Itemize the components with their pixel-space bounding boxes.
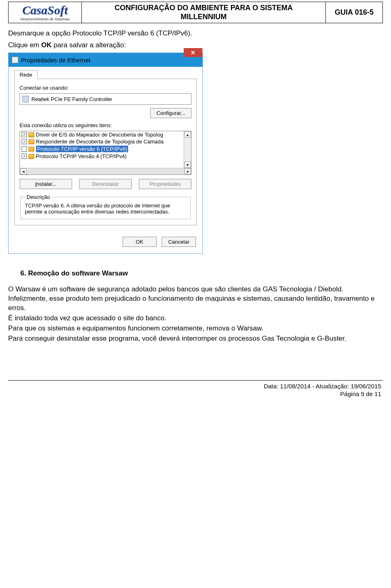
section-6-p1: O Warsaw é um software de segurança adot… [8,285,383,313]
adapter-name: Realtek PCIe FE Family Controller [31,96,112,102]
logo-subtitle: Desenvolvimento de Sistemas [12,17,78,21]
items-label: Esta conexão utiliza os seguintes itens: [20,122,191,128]
scroll-right-icon[interactable]: ▸ [185,168,191,174]
intro-line2-suffix: para salvar a alteração: [52,41,126,49]
checkbox-icon[interactable]: ✓ [22,139,27,144]
intro-line2-prefix: Clique em [8,41,41,49]
adapter-field[interactable]: Realtek PCIe FE Family Controller [20,93,191,105]
footer-page: Página 9 de 11 [8,390,381,398]
list-item-selected[interactable]: Protocolo TCP/IP versão 6 (TCP/IPv6) [20,145,184,153]
footer-divider [8,380,383,381]
footer-date: Data: 11/08/2014 - Atualização: 19/06/20… [8,382,381,390]
install-button[interactable]: Instalar... [20,179,72,189]
window-icon [12,57,18,63]
cancel-button[interactable]: Cancelar [162,237,196,247]
section-6-heading: 6. Remoção do software Warsaw [20,269,383,277]
section-6-p4: Para conseguir desinstalar esse programa… [8,334,383,344]
list-item-label: Respondente de Descoberta de Topologia d… [36,139,163,145]
list-item-label: Protocolo TCP/IP versão 6 (TCP/IPv6) [36,145,128,152]
list-item-label: Driver de E/S do Mapeador de Descoberta … [36,132,163,138]
connect-using-label: Conectar-se usando: [20,85,191,91]
list-item-label: Protocolo TCP/IP Versão 4 (TCP/IPv4) [36,153,127,159]
description-legend: Descrição [25,194,52,200]
page-footer: Data: 11/08/2014 - Atualização: 19/06/20… [8,382,383,398]
scroll-up-icon[interactable]: ▴ [184,131,191,138]
logo-cell: CasaSoft Desenvolvimento de Sistemas [9,2,82,23]
guide-number: GUIA 016-5 [326,2,383,23]
section-6-p2: É instalado toda vez que acessado o site… [8,314,383,323]
intro-line1: Desmarque a opção Protocolo TCP/IP versã… [8,29,383,38]
network-component-icon [29,147,34,152]
tab-body: Conectar-se usando: Realtek PCIe FE Fami… [14,79,197,225]
adapter-icon [22,96,29,102]
checkbox-icon[interactable]: ✓ [22,154,27,159]
configure-button[interactable]: Configurar... [150,108,191,118]
ok-button[interactable]: OK [123,237,157,247]
network-component-icon [29,139,34,144]
ethernet-properties-dialog: Propriedades de Ethernet ✕ Rede Conectar… [8,53,203,254]
intro-line2-bold: OK [41,41,52,49]
description-text: TCP/IP versão 6. A última versão do prot… [25,203,186,215]
network-component-icon [29,154,34,159]
title-line2: MILLENNIUM [181,13,227,21]
logo-name: CasaSoft [12,4,78,16]
network-component-icon [29,132,34,137]
tab-rede[interactable]: Rede [14,70,37,79]
list-item[interactable]: ✓ Respondente de Descoberta de Topologia… [20,138,184,145]
checkbox-icon[interactable] [22,146,27,152]
doc-header: CasaSoft Desenvolvimento de Sistemas CON… [8,2,383,23]
doc-title: CONFIGURAÇÃO DO AMBIENTE PARA O SISTEMA … [82,2,326,23]
list-item[interactable]: ✓ Driver de E/S do Mapeador de Descobert… [20,131,184,138]
close-button[interactable]: ✕ [184,48,202,57]
section-6-p3: Para que os sistemas e equipamentos func… [8,324,383,333]
horizontal-scrollbar[interactable]: ◂ ▸ [20,168,191,174]
description-groupbox: Descrição TCP/IP versão 6. A última vers… [20,194,191,219]
uninstall-button: Desinstalar [79,179,132,189]
dialog-titlebar[interactable]: Propriedades de Ethernet ✕ [9,53,202,67]
scroll-left-icon[interactable]: ◂ [20,168,26,174]
properties-button: Propriedades [139,179,191,189]
dialog-title: Propriedades de Ethernet [21,57,184,64]
vertical-scrollbar[interactable]: ▴ ▾ [184,131,191,168]
list-item[interactable]: ✓ Protocolo TCP/IP Versão 4 (TCP/IPv4) [20,153,184,160]
title-line1: CONFIGURAÇÃO DO AMBIENTE PARA O SISTEMA [114,4,292,12]
scroll-down-icon[interactable]: ▾ [184,161,191,168]
network-items-list[interactable]: ✓ Driver de E/S do Mapeador de Descobert… [20,131,191,175]
checkbox-icon[interactable]: ✓ [22,132,27,137]
